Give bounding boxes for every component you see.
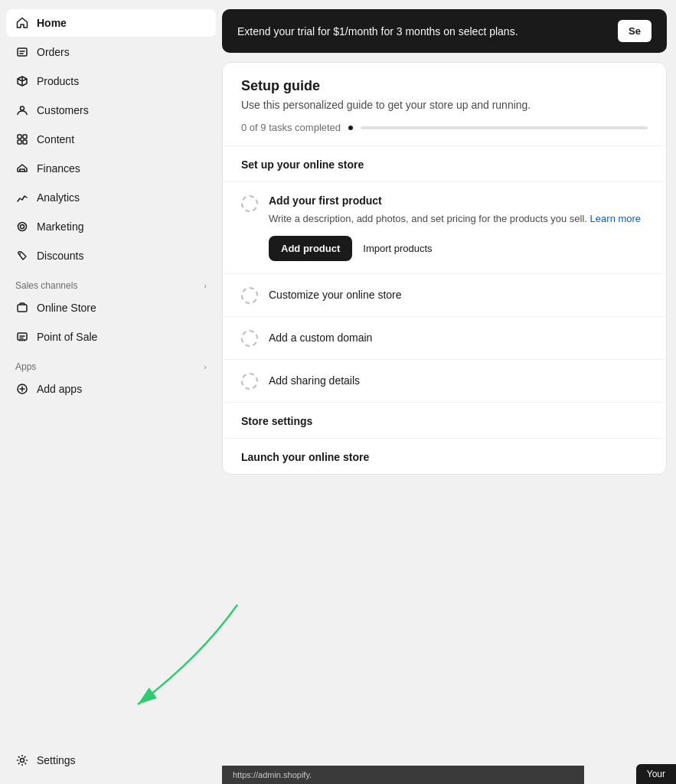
task-domain-label: Add a custom domain: [269, 332, 372, 344]
svg-point-12: [21, 759, 24, 763]
trial-banner-button[interactable]: Se: [618, 20, 652, 42]
setup-guide-card: Setup guide Use this personalized guide …: [222, 62, 667, 475]
content-icon: [15, 132, 29, 146]
sidebar-item-add-apps[interactable]: Add apps: [6, 375, 216, 403]
svg-point-8: [20, 253, 21, 255]
finances-icon: [15, 162, 29, 175]
sidebar-item-products-label: Products: [37, 75, 79, 87]
sidebar-item-settings-label: Settings: [37, 754, 76, 766]
sidebar-item-home-label: Home: [37, 17, 67, 29]
apps-label[interactable]: Apps ›: [6, 352, 216, 375]
discounts-icon: [15, 249, 29, 263]
svg-rect-2: [18, 135, 21, 139]
setup-header: Setup guide Use this personalized guide …: [223, 63, 666, 146]
apps-chevron: ›: [204, 362, 207, 371]
sales-channels-label[interactable]: Sales channels ›: [6, 271, 216, 294]
task-sharing-details[interactable]: Add sharing details: [223, 360, 666, 403]
home-icon: [15, 16, 29, 30]
marketing-icon: [15, 220, 29, 234]
task-first-product[interactable]: Add your first product Write a descripti…: [223, 182, 666, 274]
sidebar-item-point-of-sale[interactable]: Point of Sale: [6, 323, 216, 351]
status-label: Your: [647, 769, 665, 779]
sidebar-item-add-apps-label: Add apps: [37, 383, 82, 395]
task-custom-domain[interactable]: Add a custom domain: [223, 317, 666, 360]
add-apps-icon: [15, 382, 29, 396]
sidebar-item-customers-label: Customers: [37, 104, 89, 116]
sidebar-item-finances-label: Finances: [37, 162, 80, 175]
task-domain-checkbox[interactable]: [241, 330, 258, 347]
svg-rect-3: [23, 135, 27, 139]
svg-rect-9: [18, 305, 27, 312]
sidebar-item-content-label: Content: [37, 133, 74, 145]
sidebar-item-home[interactable]: Home: [6, 9, 216, 37]
task-first-product-actions: Add product Import products: [269, 236, 648, 261]
trial-banner-text: Extend your trial for $1/month for 3 mon…: [237, 25, 518, 38]
analytics-icon: [15, 191, 29, 204]
progress-row: 0 of 9 tasks completed: [241, 122, 648, 133]
sidebar-item-orders-label: Orders: [37, 46, 70, 58]
svg-point-7: [21, 225, 24, 229]
sidebar-item-content[interactable]: Content: [6, 126, 216, 153]
task-sharing-checkbox[interactable]: [241, 373, 258, 390]
progress-dot: [348, 126, 353, 130]
sidebar-item-point-of-sale-label: Point of Sale: [37, 331, 97, 343]
import-products-button[interactable]: Import products: [360, 236, 435, 261]
task-customize-checkbox[interactable]: [241, 287, 258, 304]
sidebar-item-online-store-label: Online Store: [37, 302, 96, 314]
sales-channels-chevron: ›: [204, 281, 207, 290]
svg-point-1: [21, 106, 24, 110]
section-online-store[interactable]: Set up your online store: [223, 146, 666, 182]
section-store-settings[interactable]: Store settings: [223, 403, 666, 439]
sidebar-item-online-store[interactable]: Online Store: [6, 294, 216, 322]
sidebar-item-orders[interactable]: Orders: [6, 38, 216, 66]
orders-icon: [15, 45, 29, 59]
svg-rect-0: [18, 48, 27, 56]
task-first-product-content: Add your first product Write a descripti…: [269, 194, 648, 261]
status-bar: Your: [636, 764, 676, 784]
sidebar-item-products[interactable]: Products: [6, 67, 216, 95]
task-first-product-checkbox[interactable]: [241, 195, 258, 212]
trial-banner: Extend your trial for $1/month for 3 mon…: [222, 9, 667, 53]
sidebar-item-discounts-label: Discounts: [37, 250, 83, 262]
customers-icon: [15, 103, 29, 117]
sidebar-item-marketing[interactable]: Marketing: [6, 213, 216, 240]
setup-guide-subtitle: Use this personalized guide to get your …: [241, 99, 648, 111]
settings-icon: [15, 753, 29, 767]
section-launch-store[interactable]: Launch your online store: [223, 439, 666, 474]
sidebar-item-customers[interactable]: Customers: [6, 96, 216, 124]
progress-text: 0 of 9 tasks completed: [241, 122, 341, 133]
products-icon: [15, 74, 29, 88]
task-first-product-title: Add your first product: [269, 194, 648, 207]
task-sharing-label: Add sharing details: [269, 374, 360, 387]
progress-bar-container: [361, 126, 648, 129]
task-customize-label: Customize your online store: [269, 289, 402, 301]
svg-point-6: [18, 223, 27, 231]
url-bar: https://admin.shopify.: [222, 766, 584, 784]
online-store-icon: [15, 301, 29, 315]
setup-guide-title: Setup guide: [241, 78, 648, 94]
svg-rect-5: [23, 140, 27, 144]
sidebar-item-analytics[interactable]: Analytics: [6, 184, 216, 211]
sidebar-item-marketing-label: Marketing: [37, 220, 83, 233]
sidebar-item-discounts[interactable]: Discounts: [6, 242, 216, 270]
sidebar-item-analytics-label: Analytics: [37, 191, 80, 204]
learn-more-link[interactable]: Learn more: [590, 213, 641, 224]
url-text: https://admin.shopify.: [233, 770, 312, 779]
task-first-product-description: Write a description, add photos, and set…: [269, 211, 648, 227]
point-of-sale-icon: [15, 330, 29, 344]
svg-rect-4: [18, 140, 21, 144]
task-customize-store[interactable]: Customize your online store: [223, 274, 666, 317]
sidebar-item-finances[interactable]: Finances: [6, 155, 216, 182]
sidebar-item-settings[interactable]: Settings: [6, 746, 216, 775]
add-product-button[interactable]: Add product: [269, 236, 352, 261]
main-content: Extend your trial for $1/month for 3 mon…: [222, 0, 676, 784]
sidebar: Home Orders Products: [0, 0, 222, 784]
sidebar-nav: Home Orders Products: [6, 9, 216, 743]
